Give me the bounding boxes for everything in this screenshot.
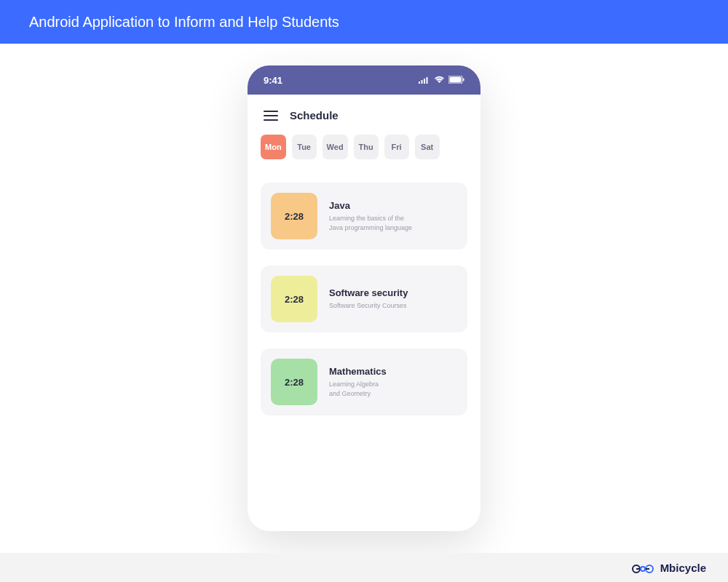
schedule-card-java[interactable]: 2:28 Java Learning the basics of the Jav…	[261, 183, 467, 250]
svg-rect-1	[422, 80, 423, 84]
course-description: Software Security Courses	[329, 301, 408, 311]
battery-icon	[448, 75, 464, 86]
tab-thu[interactable]: Thu	[354, 135, 379, 159]
brand-name: Mbicycle	[660, 562, 706, 574]
course-info: Mathematics Learning Algebra and Geometr…	[329, 366, 387, 398]
tab-fri[interactable]: Fri	[384, 135, 409, 159]
app-header: Schedule	[248, 95, 480, 135]
course-info: Java Learning the basics of the Java pro…	[329, 200, 412, 232]
screen-title: Schedule	[290, 109, 339, 121]
svg-rect-2	[424, 79, 425, 84]
schedule-card-security[interactable]: 2:28 Software security Software Security…	[261, 266, 467, 332]
tab-mon[interactable]: Mon	[261, 135, 286, 159]
day-tabs: Mon Tue Wed Thu Fri Sat	[248, 135, 480, 165]
tab-tue[interactable]: Tue	[292, 135, 317, 159]
page-title: Android Application to Inform and Help S…	[29, 14, 339, 31]
phone-mockup: 9:41	[248, 65, 480, 531]
menu-icon[interactable]	[264, 111, 278, 121]
svg-point-9	[641, 567, 645, 571]
svg-rect-6	[463, 78, 464, 81]
course-title: Mathematics	[329, 366, 387, 377]
tab-wed[interactable]: Wed	[323, 135, 348, 159]
course-info: Software security Software Security Cour…	[329, 287, 408, 311]
course-title: Java	[329, 200, 412, 211]
schedule-list: 2:28 Java Learning the basics of the Jav…	[248, 165, 480, 433]
svg-rect-5	[450, 76, 462, 82]
status-icons	[419, 75, 464, 86]
tab-sat[interactable]: Sat	[415, 135, 440, 159]
signal-icon	[419, 75, 430, 86]
status-bar: 9:41	[248, 65, 480, 95]
course-title: Software security	[329, 287, 408, 298]
status-time: 9:41	[264, 75, 282, 86]
wifi-icon	[434, 75, 445, 86]
course-description: Learning Algebra and Geometry	[329, 380, 387, 398]
stage: 9:41	[0, 44, 728, 553]
time-block: 2:28	[271, 359, 317, 405]
brand-logo-icon	[631, 561, 654, 574]
time-block: 2:28	[271, 276, 317, 322]
svg-rect-3	[427, 77, 428, 84]
footer: Mbicycle	[0, 553, 728, 582]
page-header-banner: Android Application to Inform and Help S…	[0, 0, 728, 44]
time-block: 2:28	[271, 193, 317, 239]
course-description: Learning the basics of the Java programm…	[329, 214, 412, 232]
schedule-card-mathematics[interactable]: 2:28 Mathematics Learning Algebra and Ge…	[261, 348, 467, 415]
svg-rect-0	[419, 81, 420, 84]
